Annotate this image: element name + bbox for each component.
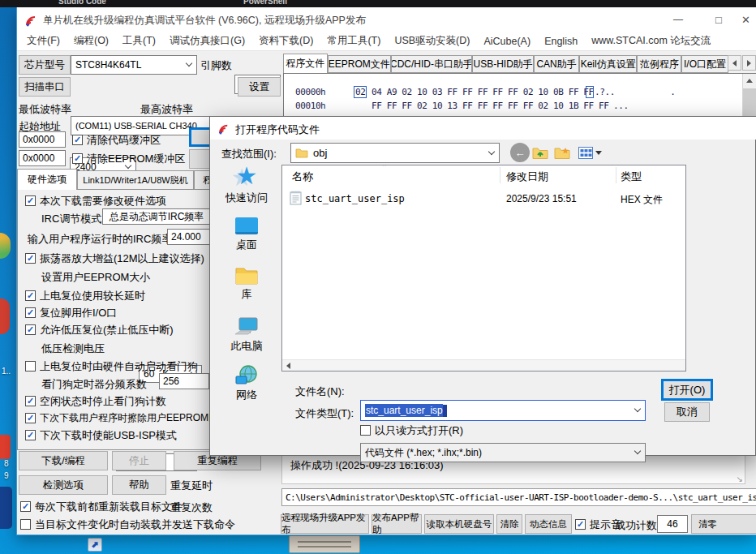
column-separator[interactable]	[685, 167, 686, 183]
view-menu-button[interactable]	[575, 143, 604, 162]
menu-item-program[interactable]: 编程(O)	[74, 34, 109, 48]
scan-port-button[interactable]: 扫描串口	[19, 77, 71, 97]
reset-pin-io-checkbox[interactable]: ✓复位脚用作I/O口	[25, 307, 117, 320]
triangle-left-icon	[286, 363, 290, 369]
window-title: 单片机在线升级编程仿真调试平台软件 (V6.96C), 远程现场升级APP发布	[43, 14, 366, 28]
tab-io-config[interactable]: I/O口配置	[681, 55, 728, 73]
sidebar-item-this-pc[interactable]: 此电脑	[215, 317, 278, 353]
look-in-combo[interactable]: obj	[290, 143, 500, 163]
file-row-name[interactable]: stc_uart_user_isp	[305, 193, 405, 204]
back-button[interactable]: ←	[510, 143, 530, 162]
tab-scroll-right-button[interactable]	[742, 55, 756, 71]
oscillator-gain-checkbox[interactable]: ✓振荡器放大增益(12M以上建议选择)	[25, 252, 204, 265]
tab-can[interactable]: CAN助手	[534, 55, 579, 73]
column-header-date[interactable]: 修改日期	[506, 170, 548, 183]
usb-isp-next-checkbox[interactable]: ✓下次下载时使能USB-ISP模式	[25, 429, 177, 442]
tab-scroll-left-button[interactable]	[728, 55, 741, 71]
chip-type-button[interactable]: 芯片型号	[19, 55, 71, 75]
close-button[interactable]: ✕	[735, 7, 756, 32]
open-readonly-checkbox[interactable]: 以只读方式打开(R)	[360, 424, 463, 437]
tab-examples[interactable]: 范例程序	[637, 55, 681, 73]
tab-hardware-options[interactable]: 硬件选项	[17, 169, 77, 190]
check-options-button[interactable]: 检测选项	[19, 475, 108, 495]
clear-eeprom-buffer-label: 清除EEPROM缓冲区	[87, 152, 185, 165]
maximize-button[interactable]: □	[702, 7, 735, 32]
reload-before-download-label: 每次下载前都重新装载目标文件	[35, 500, 183, 513]
clear-code-buffer-checkbox[interactable]: ✓清除代码缓冲区	[72, 134, 161, 147]
port-settings-button[interactable]: 设置	[238, 77, 281, 97]
dynamic-info-button[interactable]: 动态信息	[525, 514, 572, 534]
eeprom-start-address-input[interactable]: 0x0000	[19, 150, 66, 166]
tab-program-file[interactable]: 程序文件	[283, 54, 328, 73]
tab-eeprom-file[interactable]: EEPROM文件	[328, 55, 391, 73]
menu-item-usb-driver[interactable]: USB驱动安装(D)	[394, 34, 470, 48]
desktop-icon-fragment[interactable]	[0, 298, 10, 334]
tab-cdc-hid-serial[interactable]: CDC/HID-串口助手	[391, 55, 472, 73]
hw-watchdog-checkbox[interactable]: 上电复位时由硬件自动启动看门狗	[25, 360, 198, 373]
erase-eeprom-next-checkbox[interactable]: ✓下次下载用户程序时擦除用户EEPROM区	[25, 412, 218, 423]
menu-item-aicube[interactable]: AiCube(A)	[483, 36, 530, 47]
stop-button[interactable]: 停止	[112, 451, 166, 470]
eeprom-start-address-value: 0x0000	[23, 152, 54, 164]
menu-item-forum[interactable]: www.STCAI.com 论坛交流	[591, 34, 711, 48]
file-name-combo[interactable]: stc_uart_user_isp	[360, 400, 646, 421]
tab-keil-sim[interactable]: Keil仿真设置	[579, 55, 638, 73]
menu-item-file[interactable]: 文件(F)	[27, 34, 60, 48]
long-por-delay-checkbox[interactable]: ✓上电复位使用较长延时	[25, 290, 145, 303]
code-start-address-input[interactable]: 0x0000	[19, 131, 66, 148]
auto-load-send-checkbox[interactable]: 当目标文件变化时自动装载并发送下载命令	[20, 518, 235, 531]
minimize-button[interactable]: —	[662, 7, 694, 32]
file-row-date[interactable]: 2025/9/23 15:51	[506, 193, 577, 204]
file-list[interactable]: ⌃ 名称 修改日期 类型 stc_uart_user_isp 2025/9/23…	[281, 165, 686, 371]
column-header-name[interactable]: 名称	[292, 170, 313, 183]
up-folder-button[interactable]	[530, 143, 550, 162]
scroll-up-button[interactable]	[743, 74, 756, 88]
desktop-icon-fragment[interactable]	[0, 435, 11, 459]
idle-stop-wdt-checkbox[interactable]: ✓空闲状态时停止看门狗计数	[25, 395, 166, 408]
column-separator[interactable]	[500, 167, 500, 183]
dialog-cancel-button[interactable]: 取消	[664, 402, 710, 422]
file-row-type[interactable]: HEX 文件	[621, 193, 663, 207]
menu-item-debug-interface[interactable]: 调试仿真接口(G)	[170, 34, 245, 48]
download-program-button[interactable]: 下载/编程	[19, 451, 108, 470]
view-grid-icon	[578, 147, 593, 159]
desktop-notepad-icon[interactable]	[289, 535, 360, 553]
sidebar-item-quick-access[interactable]: ★ 快速访问	[215, 164, 278, 204]
clear-button[interactable]: 清除	[496, 514, 522, 534]
new-folder-button[interactable]	[552, 143, 572, 162]
chip-type-combo[interactable]: STC8H4K64TL	[71, 55, 197, 75]
modify-hw-options-checkbox[interactable]: ✓本次下载需要修改硬件选项	[25, 195, 166, 208]
desktop-shortcut-icon[interactable]: ⬈	[88, 538, 102, 552]
tab-usb-hid[interactable]: USB-HID助手	[472, 55, 534, 73]
column-header-type[interactable]: 类型	[621, 170, 642, 183]
menu-item-tools[interactable]: 工具(T)	[122, 34, 156, 48]
reload-before-download-checkbox[interactable]: ✓每次下载前都重新装载目标文件	[20, 500, 183, 513]
irc-mode-field[interactable]: 总是动态调节IRC频率	[102, 208, 211, 225]
sidebar-item-desktop[interactable]: 桌面	[215, 217, 278, 251]
wdt-prescaler-field[interactable]: 256	[159, 373, 209, 389]
help-button[interactable]: 帮助	[112, 475, 166, 495]
sidebar-item-libraries[interactable]: 库	[215, 266, 278, 301]
desktop-icon-fragment[interactable]	[0, 233, 11, 259]
dialog-open-button[interactable]: 打开(O)	[661, 379, 713, 401]
file-type-combo[interactable]: 代码文件 (*.hex; *.ihx;*.bin)	[360, 443, 646, 462]
menu-item-common-tools[interactable]: 常用工具(T)	[327, 34, 380, 48]
remote-upgrade-publish-button[interactable]: 远程现场升级APP发布	[281, 514, 369, 534]
desktop-icon-fragment[interactable]	[0, 487, 12, 529]
low-voltage-reset-checkbox[interactable]: ✓允许低压复位(禁止低压中断)	[25, 324, 174, 337]
reset-count-button[interactable]: 清零	[691, 514, 756, 534]
hex-file-icon	[290, 191, 302, 205]
read-hdd-serial-button[interactable]: 读取本机硬盘号	[424, 514, 494, 534]
column-separator[interactable]	[616, 167, 616, 183]
file-list-hscrollbar[interactable]	[282, 359, 685, 371]
sidebar-item-network[interactable]: 网络	[215, 365, 278, 402]
menu-item-english[interactable]: English	[544, 36, 578, 47]
publish-app-help-button[interactable]: 发布APP帮助	[372, 514, 422, 534]
clear-eeprom-buffer-checkbox[interactable]: ✓清除EEPROM缓冲区	[72, 152, 185, 165]
scroll-left-button[interactable]	[282, 360, 294, 371]
serial-port-value: (COM11) USB-SERIAL CH340	[75, 121, 197, 131]
hw-watchdog-label: 上电复位时由硬件自动启动看门狗	[40, 360, 198, 373]
file-name-value: stc_uart_user_isp	[365, 404, 443, 417]
menu-item-downloads[interactable]: 资料下载(D)	[259, 34, 313, 48]
tab-offline-writer[interactable]: Link1D/Writer1A/U8W脱机	[77, 170, 194, 190]
